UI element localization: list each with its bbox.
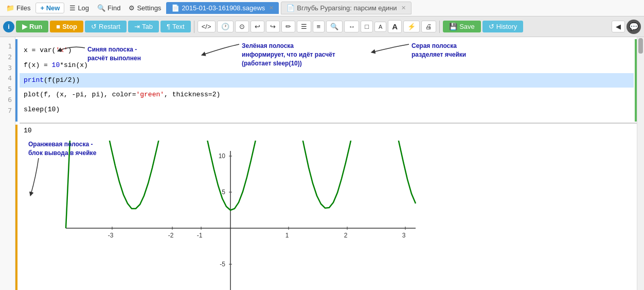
arrows-button[interactable]: ↔ [344,21,359,32]
tab1[interactable]: 📄 2015-01-03-161908.sagews ✕ [166,2,279,14]
info-label: i [8,23,10,30]
restart-icon: ↺ [91,23,97,30]
main-content: 1 2 3 4 5 6 7 x = var('x') f(x) = 10*sin… [0,37,644,290]
nav-left-icon: ◀ [616,23,621,30]
line-numbers: 1 2 3 4 5 6 7 [0,37,15,290]
nav-left-button[interactable]: ◀ [612,21,625,32]
square-button[interactable]: □ [361,21,373,32]
restart-label: Restart [99,23,120,30]
tab2-label: Вглубь Pyparsing: парсим едини [297,4,397,12]
code-label: </> [202,23,211,30]
output-value: 10 [20,125,637,137]
new-menu[interactable]: + New [35,3,64,13]
log-label: Log [78,4,89,12]
scrollbar-thumb[interactable] [638,38,643,54]
font-small-button[interactable]: A [374,22,386,32]
text-label: Text [172,23,185,30]
code-line-7 [20,117,634,122]
svg-text:-3: -3 [108,232,114,239]
history-button[interactable]: ↺ History [482,21,523,32]
stop-label: Stop [62,23,77,30]
arrows-icon: ↔ [348,23,355,30]
svg-text:1: 1 [285,232,289,239]
sine-plot [66,141,416,228]
log-icon: ☰ [69,4,76,12]
restart-button[interactable]: ↺ Restart [85,21,127,32]
tab1-close[interactable]: ✕ [269,5,274,11]
tab2[interactable]: 📄 Вглубь Pyparsing: парсим едини ✕ [281,2,411,14]
tab1-label: 2015-01-03-161908.sagews [182,4,265,12]
list-icon: ☰ [301,23,307,30]
run-label: Run [29,23,42,30]
align-icon: ≡ [317,23,321,30]
history-label: History [496,23,517,30]
history-icon: ↺ [489,23,494,30]
settings-label: Settings [137,4,161,12]
print-button[interactable]: 🖨 [421,21,436,32]
code-button[interactable]: </> [198,21,216,32]
code-line-5: plot(f, (x, -pi, pi), color='green', thi… [20,88,634,103]
annotation-gray: Серая полоскаразделяет ячейки [412,42,466,59]
find-menu[interactable]: 🔍 Find [94,3,123,13]
circle-button[interactable]: ⊙ [235,21,249,32]
find-label: Find [108,4,120,12]
redo-button[interactable]: ↪ [266,21,280,32]
clock-button[interactable]: 🕐 [217,21,234,32]
tab-icon: ⇥ [134,23,140,30]
lightning-icon: ⚡ [407,23,416,30]
arrow-gray [370,39,412,60]
chat-button[interactable]: 💬 [627,20,641,34]
text-button[interactable]: ¶ Text [160,21,191,32]
paragraph-icon: ¶ [167,23,170,30]
settings-menu[interactable]: ⚙ Settings [126,3,164,13]
play-icon: ▶ [22,23,27,30]
search-button[interactable]: 🔍 [326,21,343,32]
arrow-orange [28,156,59,197]
svg-text:10: 10 [219,152,226,160]
annotation-blue: Синяя полоска -расчёт выполнен [87,45,141,63]
save-button[interactable]: 💾 Save [443,21,481,32]
tab-button[interactable]: ⇥ Tab [128,21,159,32]
stop-icon: ■ [56,23,60,30]
blue-stripe [15,39,17,122]
font-small-icon: A [379,24,382,30]
tab-label: Tab [142,23,153,30]
find-icon: 🔍 [97,4,105,12]
menu-bar: 📁 Files + New ☰ Log 🔍 Find ⚙ Settings 📄 … [0,0,644,16]
code-line-4: print(f(pi/2)) [20,73,634,88]
files-menu[interactable]: 📁 Files [3,3,33,13]
scrollbar[interactable] [637,37,644,290]
plot-svg: -3 -2 -1 1 2 [35,141,426,290]
run-button[interactable]: ▶ Run [16,21,48,32]
svg-text:5: 5 [222,189,225,196]
save-icon: 💾 [449,23,457,30]
info-button[interactable]: i [3,21,14,32]
svg-text:-5: -5 [220,261,225,268]
align-button[interactable]: ≡ [313,21,325,32]
stop-button[interactable]: ■ Stop [50,21,83,32]
file2-icon: 📄 [287,4,295,12]
separator2 [439,21,440,33]
search-icon: 🔍 [330,23,338,30]
code-area[interactable]: x = var('x') f(x) = 10*sin(x) print(f(pi… [15,37,637,290]
list-button[interactable]: ☰ [297,21,311,32]
font-large-button[interactable]: A [388,20,402,33]
tab2-close[interactable]: ✕ [401,5,406,11]
files-icon: 📁 [6,4,14,12]
file-icon: 📄 [171,4,180,12]
clock-icon: 🕐 [221,23,229,30]
undo-button[interactable]: ↩ [251,21,264,32]
svg-text:-2: -2 [168,232,174,239]
square-icon: □ [365,23,369,30]
svg-text:3: 3 [402,232,406,239]
save-label: Save [459,23,475,30]
log-menu[interactable]: ☰ Log [66,3,92,13]
plot-area: -3 -2 -1 1 2 [35,141,637,290]
arrow-blue [57,40,87,56]
undo-icon: ↩ [255,23,260,30]
pencil-button[interactable]: ✏ [281,21,295,32]
font-large-icon: A [392,22,398,31]
settings-icon: ⚙ [129,4,135,12]
circle-icon: ⊙ [239,23,245,30]
lightning-button[interactable]: ⚡ [403,21,420,32]
